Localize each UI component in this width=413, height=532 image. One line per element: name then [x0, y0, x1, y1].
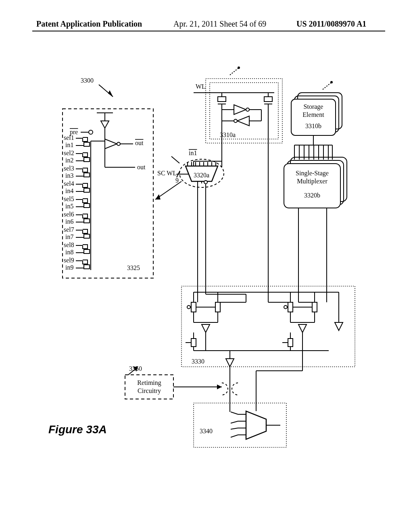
- in8-label: in8: [65, 249, 73, 256]
- signal-sc-wl: SC WL: [157, 170, 177, 177]
- svg-rect-50: [84, 173, 90, 177]
- signal-in1-bar: in1: [189, 150, 197, 156]
- ref-3310b-label: 3310b: [305, 123, 321, 129]
- ref-3300: 3300: [81, 77, 113, 97]
- svg-marker-168: [217, 384, 222, 389]
- svg-rect-121: [191, 302, 196, 312]
- ref-3300-label: 3300: [81, 77, 94, 84]
- sel4-label: sel4: [64, 180, 74, 187]
- svg-rect-53: [84, 188, 90, 192]
- in9-label: in9: [65, 264, 73, 271]
- in4-label: in4: [65, 187, 73, 194]
- figure-label: Figure 33A: [48, 423, 107, 436]
- svg-marker-162: [335, 322, 343, 330]
- ref-3325-label: 3325: [127, 264, 140, 271]
- ref-3320b-label: 3320b: [304, 192, 320, 199]
- svg-line-177: [231, 421, 238, 423]
- signal-wl: WL: [196, 83, 206, 90]
- svg-line-28: [323, 83, 331, 89]
- svg-line-23: [230, 69, 238, 75]
- svg-rect-137: [312, 302, 317, 312]
- svg-point-101: [204, 181, 207, 184]
- svg-rect-44: [84, 142, 90, 146]
- svg-point-12: [246, 108, 249, 111]
- svg-line-176: [231, 412, 238, 414]
- svg-rect-143: [288, 339, 293, 347]
- in3-label: in3: [65, 172, 73, 179]
- sel8-label: sel8: [64, 241, 74, 248]
- page: Patent Application Publication Apr. 21, …: [0, 0, 413, 532]
- in7-label: in7: [65, 233, 73, 240]
- figure-svg: 3300 WL: [32, 60, 385, 463]
- retiming-line1: Retiming: [137, 379, 161, 387]
- svg-rect-68: [84, 265, 90, 269]
- mux-detail-3325: sel1 in1 sel2 in2: [63, 109, 153, 278]
- sel6-label: sel6: [64, 211, 74, 218]
- svg-marker-128: [202, 324, 210, 332]
- svg-marker-75: [101, 121, 109, 128]
- in1-label: in1: [65, 141, 73, 148]
- svg-rect-164: [125, 375, 173, 399]
- sel5-label: sel5: [64, 195, 74, 202]
- header-left: Patent Application Publication: [36, 19, 142, 29]
- svg-rect-47: [84, 158, 90, 162]
- svg-marker-1: [108, 90, 113, 97]
- svg-point-136: [284, 305, 287, 309]
- svg-line-97: [171, 156, 179, 163]
- sel2-label: sel2: [64, 150, 74, 156]
- svg-marker-150: [226, 359, 234, 367]
- retiming-3350: Retiming Circuitry 3350: [125, 365, 238, 403]
- svg-rect-59: [84, 219, 90, 223]
- ssmux-3320a: 3320a in1 SC WL 9: [155, 145, 246, 302]
- svg-line-179: [231, 435, 238, 437]
- svg-point-24: [238, 66, 240, 69]
- signal-pre-bar: pre: [70, 129, 78, 136]
- bottom-3340: 3340: [194, 351, 302, 447]
- svg-rect-123: [215, 302, 220, 312]
- svg-rect-9: [264, 97, 272, 102]
- svg-rect-129: [191, 339, 196, 347]
- svg-rect-6: [218, 97, 226, 102]
- signal-out-bar: out: [135, 139, 144, 146]
- svg-rect-62: [84, 234, 90, 238]
- ref-3320a-label: 3320a: [194, 172, 209, 179]
- sel3-label: sel3: [64, 165, 74, 172]
- in2-label: in2: [65, 157, 73, 164]
- retiming-line2: Circuitry: [138, 387, 161, 395]
- svg-rect-65: [84, 249, 90, 254]
- svg-marker-142: [298, 324, 307, 332]
- storage-element-3310a: WL: [194, 66, 282, 302]
- ref-3330-label: 3330: [192, 358, 204, 365]
- header-right: US 2011/0089970 A1: [296, 19, 366, 29]
- storage-element-3310b: Storage Element 3310b: [291, 81, 342, 152]
- svg-rect-56: [84, 204, 90, 208]
- header-rule: [32, 31, 385, 31]
- ref-3340-label: 3340: [200, 428, 213, 434]
- sel9-label: sel9: [64, 257, 74, 264]
- in5-label: in5: [65, 203, 73, 210]
- svg-marker-171: [246, 411, 266, 439]
- svg-marker-76: [105, 139, 117, 149]
- ssmux-3320b: Single-Stage Multiplexer 3320b: [284, 152, 347, 302]
- figure-area: 3300 WL: [32, 60, 385, 463]
- signal-out: out: [137, 164, 146, 170]
- svg-rect-135: [288, 302, 293, 312]
- svg-marker-11: [234, 105, 246, 114]
- svg-point-77: [117, 142, 120, 145]
- svg-point-122: [187, 305, 190, 309]
- ssmux-b-line2: Multiplexer: [297, 178, 327, 185]
- svg-point-29: [330, 81, 333, 83]
- storage-b-line1: Storage: [304, 103, 323, 110]
- svg-point-14: [234, 119, 237, 123]
- storage-b-line2: Element: [302, 111, 324, 118]
- in6-label: in6: [65, 218, 73, 225]
- header-middle: Apr. 21, 2011 Sheet 54 of 69: [173, 19, 266, 29]
- svg-point-72: [89, 130, 93, 134]
- svg-marker-13: [237, 116, 249, 126]
- bus-width-9: 9: [175, 177, 179, 184]
- sel7-label: sel7: [64, 226, 74, 233]
- ssmux-b-line1: Single-Stage: [296, 170, 329, 177]
- svg-line-178: [231, 428, 238, 429]
